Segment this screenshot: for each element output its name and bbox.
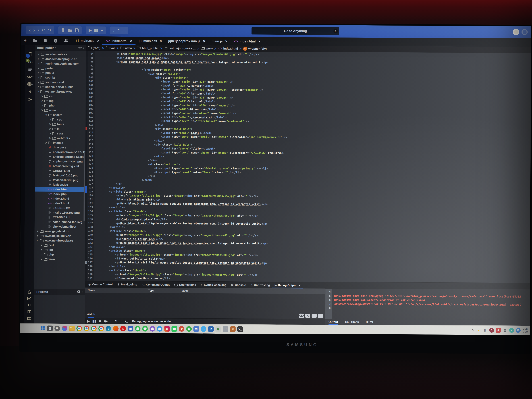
tree-expand-chevron[interactable]: > [36,239,39,242]
watch-minus-button[interactable]: − [318,314,323,318]
breadcrumb-item--root-[interactable]: (root) [88,46,101,50]
back-button[interactable]: ‹ [29,27,31,33]
forward-button[interactable]: › [33,27,35,33]
play-button[interactable]: ▶ [89,28,91,32]
tree-item-public[interactable]: >public [35,70,86,76]
debug-play-button[interactable]: ▶ [87,319,90,323]
language-indicator[interactable]: CES CSQ [523,328,528,333]
breakpoint-marker-red[interactable] [86,127,87,130]
taskbar-printer-icon[interactable]: P [223,326,228,332]
step-into-button[interactable]: ↓ [113,29,115,32]
step-out-button[interactable]: ↑ [123,29,125,32]
debug-step-over-button[interactable]: ↻ [114,319,118,323]
bottom-tab-Syntax-Checking[interactable]: ‹›Syntax Checking [198,282,229,288]
tree-item-CREDITS-txt[interactable]: CREDITS.txt [35,168,85,173]
bottom-tab-Notifications[interactable]: iNotifications [172,282,198,288]
tab-main-css[interactable]: { }main.css× [135,37,165,45]
tree-item--htaccess[interactable]: .htaccess [35,145,85,150]
sidebar-settings-button[interactable]: ▾ [78,46,84,50]
tray-drive-icon[interactable]: ▤ [502,328,507,333]
tree-item-cert[interactable]: >cert [34,243,85,248]
taskbar-linkedin-icon[interactable]: in [208,326,214,332]
tree-item-sophia-portal-public[interactable]: >sophia-portal-public [35,84,86,89]
tree-item-www[interactable]: >www [35,108,86,113]
tree-item-index3-html[interactable]: </>index3.html [35,201,85,206]
rail-eye-icon[interactable]: ▾ [25,73,35,81]
tree-item-sophia[interactable]: >sophia [35,75,86,80]
taskbar-workbench-icon[interactable]: π [230,326,235,332]
breadcrumb-item-www[interactable]: www [120,46,132,50]
breadcrumb-item-test-nejubrousky-cz[interactable]: test.nejubrousky.cz [164,46,196,50]
code-editor[interactable]: ▾ 94959697989910010110210310410510610710… [85,51,531,283]
rail-globe-icon[interactable]: ▾ [25,81,35,88]
bottom-tab-Breakpoints[interactable]: ✱Breakpoints [115,281,139,288]
tree-item-fenrimont-sophiags-com[interactable]: >fenrimont.sophiags.com [35,61,86,66]
close-icon[interactable]: × [225,39,228,43]
tree-item-www[interactable]: >www [34,257,85,262]
tree-item-css[interactable]: >css [35,117,86,122]
taskbar-chrome-profile-2-icon[interactable] [84,326,89,331]
tree-item-android-chrome-192x19[interactable]: android-chrome-192x19 [35,150,85,155]
taskbar-whatsapp-icon[interactable]: ☎ [135,326,140,331]
bottom-tab-Version-Control[interactable]: ◈Version Control [86,281,115,288]
tree-expand-chevron[interactable]: > [40,104,44,107]
taskbar-phone-link-icon[interactable]: ☎ [171,326,177,332]
tree-item-arcademaniaprague-cz[interactable]: >arcademaniaprague.cz [35,57,86,61]
watch-eye-button[interactable] [299,314,304,318]
tree-expand-chevron[interactable]: > [41,108,44,112]
tree-expand-chevron[interactable]: > [44,141,48,144]
tray-amd-icon[interactable]: A [496,328,500,333]
database-icon[interactable] [54,38,57,43]
close-icon[interactable]: × [299,283,301,287]
tree-expand-chevron[interactable]: > [37,67,40,70]
tree-expand-chevron[interactable]: > [48,136,52,140]
tree-item-js[interactable]: >js [35,126,86,131]
tab-jquery-poptrox-min-js[interactable]: jquery.poptrox.min.js× [165,37,209,45]
close-icon[interactable]: × [160,39,162,43]
close-icon[interactable]: × [97,38,99,43]
taskbar-messenger-icon[interactable]: ☎ [157,326,162,332]
taskbar-skype-icon[interactable]: S [201,326,206,332]
redo-button[interactable]: ↷ [48,28,51,32]
taskbar-viber-icon[interactable]: ☎ [150,326,155,332]
debug-fast-forward-button[interactable]: ▶▶ [104,319,107,323]
taskbar-task-view-icon[interactable]: ▦ [47,326,53,331]
step-over-button[interactable]: ↻ [117,29,120,32]
tree-item-README-txt[interactable]: README.txt [35,215,85,220]
taskbar-sync-red-icon[interactable]: ↻ [179,326,184,332]
taskbar-file-manager-icon[interactable]: ▦ [215,326,221,332]
rail-files-icon[interactable] [25,51,35,58]
tree-expand-chevron[interactable]: > [37,81,40,84]
output-tab-Output[interactable]: Output [329,319,338,325]
projects-settings-button[interactable]: ▾ [77,290,83,294]
tree-expand-chevron[interactable]: > [37,76,40,79]
record-on-button[interactable] [513,29,519,35]
tree-item-index-html[interactable]: </>index.html [35,187,85,192]
rail-record-icon[interactable] [24,302,34,308]
taskbar-chrome-profile-4-icon[interactable] [98,326,104,331]
tree-expand-chevron[interactable]: > [40,244,44,247]
tree-expand-chevron[interactable]: > [48,122,52,126]
people-icon[interactable] [64,39,68,42]
rail-list-icon[interactable] [25,66,35,73]
breadcrumb-item-www[interactable]: www [201,47,213,51]
rail-book-icon[interactable] [24,308,34,315]
taskbar-chrome-profile-3-icon[interactable] [91,326,96,331]
tab-index-html[interactable]: </>index.html× [231,37,264,46]
taskbar-sync-green-icon[interactable]: ↻ [186,326,192,332]
tree-item-log[interactable]: >log [35,98,86,103]
tab-watch[interactable]: Watch [87,313,95,317]
rail-flask-icon[interactable] [24,288,34,295]
bottom-tab-Command-Output[interactable]: >_Command Output [139,281,172,288]
breadcrumb-item-index-html[interactable]: </>index.html [218,47,238,51]
tree-item-favicon-32x32-png[interactable]: favicon-32x32.png [35,177,85,183]
tree-item-safari-pinned-tab-svg[interactable]: safari-pinned-tab.svg [35,219,85,224]
rail-archive-icon[interactable] [24,315,34,322]
tree-expand-chevron[interactable]: > [48,127,52,130]
close-icon[interactable]: × [258,39,260,44]
taskbar-explorer-icon[interactable] [69,326,75,331]
taskbar-copilot-icon[interactable] [62,326,67,331]
taskbar-briefcase-icon[interactable]: ▣ [127,326,133,331]
tree-item-index-php[interactable]: </?index.php [35,191,85,196]
rail-chart-icon[interactable] [24,295,34,302]
